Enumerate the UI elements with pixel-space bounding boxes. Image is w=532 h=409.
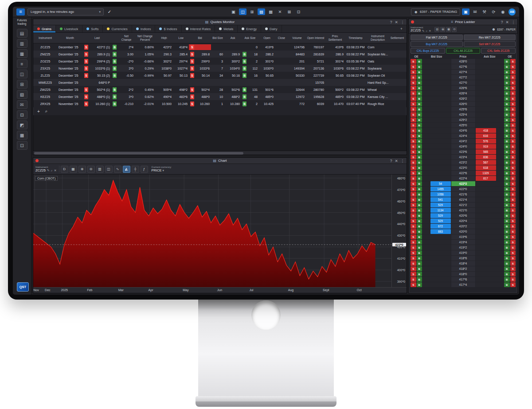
ask-size-cell[interactable]: 919 bbox=[476, 144, 504, 149]
ask-size-cell[interactable] bbox=[476, 213, 504, 218]
quotes-row-ZSX25[interactable]: ZSX25November '25S1033*6 (1)B3*00.29%103… bbox=[33, 65, 407, 72]
sell-order-button[interactable]: S bbox=[510, 160, 516, 165]
search-icon[interactable]: ⌕ bbox=[51, 169, 53, 172]
tab-indices[interactable]: $ Indices bbox=[155, 25, 181, 32]
bid-size-cell[interactable]: 1134 bbox=[422, 208, 451, 213]
sell-order-button[interactable]: S bbox=[411, 75, 416, 80]
sell-order-button[interactable]: S bbox=[510, 139, 516, 144]
ask-size-cell[interactable] bbox=[476, 208, 504, 213]
buy-order-button[interactable]: B bbox=[417, 187, 422, 191]
sell-order-button[interactable]: S bbox=[411, 250, 416, 255]
bid-size-chip[interactable]: 672 bbox=[430, 224, 451, 229]
price-cell[interactable]: 425*2 bbox=[451, 117, 475, 122]
price-cell[interactable]: 418*2 bbox=[451, 266, 475, 271]
bid-size-cell[interactable] bbox=[422, 70, 451, 74]
price-cell[interactable]: 427*6 bbox=[451, 64, 475, 69]
sell-order-button[interactable]: S bbox=[510, 144, 516, 149]
sell-order-button[interactable]: S bbox=[411, 133, 416, 138]
sell-order-button[interactable]: S bbox=[510, 282, 516, 287]
price-cell[interactable]: 419*6 bbox=[451, 234, 475, 239]
buy-order-button[interactable]: B bbox=[417, 256, 422, 261]
ladder-account[interactable]: ☻ 6397 - PAPER bbox=[492, 27, 516, 31]
buy-badge[interactable]: B bbox=[113, 52, 117, 57]
sell-order-button[interactable]: S bbox=[411, 139, 416, 144]
buy-badge[interactable]: B bbox=[113, 101, 117, 106]
buy-order-button[interactable]: B bbox=[417, 229, 422, 234]
bid-size-chip[interactable]: 529 bbox=[430, 213, 451, 218]
login-status-dropdown[interactable]: Logged in, a few minutes ago ▾ bbox=[27, 8, 104, 16]
tab-softs[interactable]: Softs bbox=[82, 25, 103, 32]
price-cell[interactable]: 421*4 bbox=[451, 197, 475, 202]
ask-size-cell[interactable] bbox=[476, 75, 504, 80]
buy-order-button[interactable]: B bbox=[417, 192, 422, 197]
bid-size-cell[interactable] bbox=[422, 240, 451, 245]
sell-badge[interactable]: S bbox=[84, 101, 88, 106]
sell-order-button[interactable]: S bbox=[510, 96, 516, 101]
buy-order-button[interactable]: B bbox=[504, 187, 510, 191]
sell-order-button[interactable]: S bbox=[510, 181, 516, 186]
line-chart-icon[interactable]: ∿ bbox=[114, 166, 121, 173]
sell-order-button[interactable]: S bbox=[510, 70, 516, 74]
chart-window-icon[interactable]: ▤ bbox=[258, 8, 265, 15]
sell-order-button[interactable]: S bbox=[411, 282, 416, 287]
ask-size-cell[interactable] bbox=[476, 70, 504, 74]
quotes-row-KEZ25[interactable]: KEZ25December '25S488*0 (1)B3*00.62%490*… bbox=[33, 93, 407, 100]
quotes-row-ZRX25[interactable]: ZRX25November '25S10.260 (1)B-0.210-2.01… bbox=[33, 100, 407, 107]
price-cell[interactable]: 424*2 bbox=[451, 139, 475, 144]
sell-order-button[interactable]: S bbox=[411, 165, 416, 170]
sell-order-button[interactable]: S bbox=[411, 101, 416, 106]
horizontal-scrollbar[interactable] bbox=[33, 151, 407, 155]
sell-order-button[interactable]: S bbox=[510, 101, 516, 106]
bid-size-cell[interactable] bbox=[422, 266, 451, 271]
bid-size-cell[interactable] bbox=[422, 123, 451, 128]
sell-order-button[interactable]: S bbox=[411, 59, 416, 64]
sell-order-button[interactable]: S bbox=[411, 256, 416, 261]
sell-order-button[interactable]: S bbox=[411, 80, 416, 85]
close-icon[interactable]: ✕ bbox=[395, 20, 398, 24]
quotes-row-MWEZ25[interactable]: MWEZ25December '25648*0 P15705Hard Red S… bbox=[33, 79, 407, 86]
sell-order-button[interactable]: S bbox=[411, 96, 416, 101]
sell-order-button[interactable]: S bbox=[510, 155, 516, 160]
sell-order-button[interactable]: S bbox=[510, 59, 516, 64]
ask-size-cell[interactable] bbox=[476, 277, 504, 282]
buy-order-button[interactable]: B bbox=[504, 107, 510, 112]
buy-order-button[interactable]: B bbox=[504, 149, 510, 154]
sell-order-button[interactable]: S bbox=[510, 240, 516, 245]
price-cell[interactable]: 418*6 bbox=[451, 256, 475, 261]
buy-order-button[interactable]: B bbox=[417, 240, 422, 245]
messages-icon[interactable]: ✉ bbox=[17, 100, 27, 109]
research-icon[interactable]: ⊟ bbox=[17, 110, 27, 119]
buy-order-button[interactable]: B bbox=[504, 75, 510, 80]
cancel-buys-button[interactable]: CXL Buys ZCZ25 bbox=[411, 48, 445, 54]
sell-order-button[interactable]: S bbox=[510, 75, 516, 80]
sell-order-button[interactable]: S bbox=[411, 218, 416, 223]
price-cell[interactable]: 426*2 bbox=[451, 96, 475, 101]
buy-order-button[interactable]: B bbox=[417, 160, 422, 165]
bid-size-cell[interactable]: 541 bbox=[422, 197, 451, 202]
buy-order-button[interactable]: B bbox=[417, 117, 422, 122]
sell-order-button[interactable]: S bbox=[411, 192, 416, 197]
account-selector[interactable]: ☻ 6397 - PAPER TRADING bbox=[411, 8, 460, 16]
bid-size-cell[interactable] bbox=[422, 250, 451, 255]
ask-size-cell[interactable]: 836 bbox=[476, 155, 504, 160]
bid-size-cell[interactable] bbox=[422, 91, 451, 96]
quotes-row-ZMZ25[interactable]: ZMZ25December '25S289.9 (1)B3.001.05%290… bbox=[33, 51, 407, 58]
charts-icon[interactable]: ▥ bbox=[17, 39, 27, 48]
quotes-monitor-icon[interactable]: ▤ bbox=[17, 29, 27, 38]
lock-icon[interactable]: ⊠ bbox=[286, 8, 293, 15]
timeframe-daily-button[interactable]: D bbox=[61, 166, 68, 173]
more-icon[interactable]: ⋮ bbox=[401, 159, 405, 163]
buy-order-button[interactable]: B bbox=[417, 213, 422, 218]
buy-badge[interactable]: B bbox=[243, 87, 246, 92]
buy-badge[interactable]: B bbox=[113, 66, 117, 71]
sell-order-button[interactable]: S bbox=[510, 80, 516, 85]
bid-size-chip[interactable]: 883 bbox=[430, 229, 451, 234]
buy-order-button[interactable]: B bbox=[504, 80, 510, 85]
bid-size-cell[interactable] bbox=[422, 59, 451, 64]
buy-order-button[interactable]: B bbox=[417, 266, 422, 271]
sell-order-button[interactable]: S bbox=[510, 133, 516, 138]
ask-size-cell[interactable] bbox=[476, 282, 504, 287]
status-icon[interactable]: ◉ bbox=[499, 8, 507, 15]
buy-badge[interactable]: B bbox=[243, 59, 246, 64]
sell-badge[interactable]: S bbox=[190, 73, 194, 78]
